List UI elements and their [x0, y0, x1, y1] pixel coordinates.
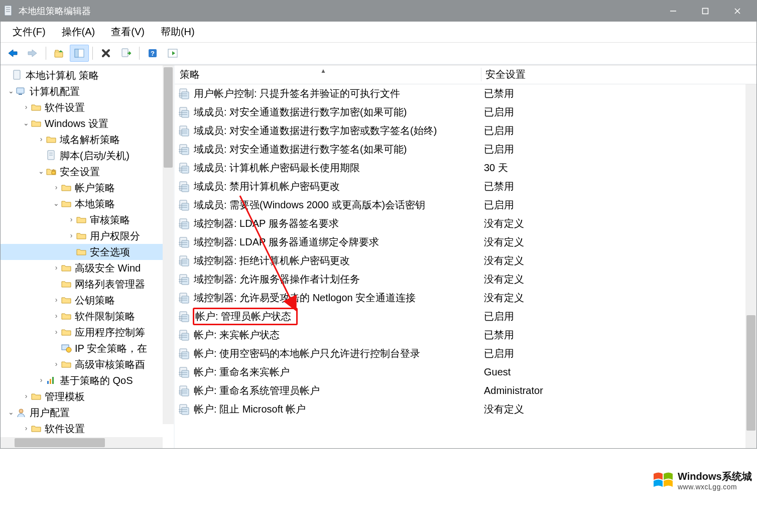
- svg-rect-85: [182, 352, 189, 359]
- tree-user-rights[interactable]: › 用户权限分: [1, 228, 174, 244]
- policy-row[interactable]: 域控制器: 允许服务器操作者计划任务没有定义: [175, 270, 756, 289]
- close-button[interactable]: [721, 1, 753, 22]
- tree-view[interactable]: 本地计算机 策略 ⌄ 计算机配置 › 软件设置 ⌄ Windows 设置: [1, 65, 174, 437]
- expand-icon[interactable]: ›: [22, 102, 31, 113]
- tree-ip-security[interactable]: IP 安全策略，在: [1, 340, 174, 356]
- expand-icon[interactable]: ›: [52, 182, 61, 193]
- tree-app-control[interactable]: › 应用程序控制筹: [1, 324, 174, 340]
- tree-local-policies[interactable]: ⌄ 本地策略: [1, 196, 174, 212]
- tree-public-key[interactable]: › 公钥策略: [1, 292, 174, 308]
- policy-row[interactable]: 域控制器: LDAP 服务器通道绑定令牌要求没有定义: [175, 233, 756, 251]
- collapse-icon[interactable]: ⌄: [7, 407, 16, 418]
- column-label: 安全设置: [485, 69, 526, 80]
- policy-row[interactable]: 域控制器: 拒绝计算机帐户密码更改没有定义: [175, 251, 756, 270]
- expand-icon[interactable]: ›: [37, 375, 46, 386]
- policy-row[interactable]: 用户帐户控制: 只提升签名并验证的可执行文件已禁用: [175, 84, 756, 103]
- expand-icon[interactable]: ›: [22, 391, 31, 402]
- column-policy[interactable]: 策略 ▲: [175, 68, 481, 81]
- expand-icon[interactable]: ›: [37, 134, 46, 145]
- policy-setting: 已禁用: [481, 180, 756, 193]
- tree-user-config[interactable]: ⌄ 用户配置: [1, 405, 174, 421]
- tree-security-settings[interactable]: ⌄ 安全设置: [1, 164, 174, 180]
- tree-security-options[interactable]: 安全选项: [1, 244, 174, 260]
- tree-adv-audit[interactable]: › 高级审核策略酉: [1, 356, 174, 372]
- tree-software-settings[interactable]: › 软件设置: [1, 99, 174, 115]
- tree-label: 网络列表管理器: [75, 277, 145, 292]
- tree-vertical-scrollbar[interactable]: [163, 65, 174, 424]
- policy-row[interactable]: 域成员: 需要强(Windows 2000 或更高版本)会话密钥已启用: [175, 196, 756, 214]
- tree-audit-policy[interactable]: › 审核策略: [1, 212, 174, 228]
- policy-row[interactable]: 域成员: 对安全通道数据进行数字加密(如果可能)已启用: [175, 103, 756, 121]
- folder-icon: [31, 423, 42, 434]
- tree-windows-settings[interactable]: ⌄ Windows 设置: [1, 115, 174, 131]
- policy-row[interactable]: 帐户: 重命名来宾帐户Guest: [175, 363, 756, 381]
- expand-icon[interactable]: ›: [52, 262, 61, 274]
- toolbar-separator: [139, 47, 140, 60]
- tree-scripts[interactable]: 脚本(启动/关机): [1, 148, 174, 164]
- menu-file[interactable]: 文件(F): [5, 22, 54, 42]
- policy-row[interactable]: 域成员: 禁用计算机帐户密码更改已禁用: [175, 177, 756, 196]
- policy-row[interactable]: 域成员: 对安全通道数据进行数字加密或数字签名(始终)已启用: [175, 121, 756, 140]
- expand-icon[interactable]: ›: [67, 230, 76, 241]
- column-setting[interactable]: 安全设置: [481, 68, 756, 81]
- list-body[interactable]: 用户帐户控制: 只提升签名并验证的可执行文件已禁用域成员: 对安全通道数据进行数…: [175, 84, 756, 448]
- help-button[interactable]: ?: [143, 45, 162, 62]
- tree-label: 公钥策略: [75, 293, 115, 308]
- expand-icon[interactable]: ›: [52, 311, 61, 322]
- refresh-button[interactable]: [163, 45, 182, 62]
- tree-policy-qos[interactable]: › 基于策略的 QoS: [1, 372, 174, 388]
- export-button[interactable]: [116, 45, 136, 62]
- policy-row[interactable]: 帐户: 使用空密码的本地帐户只允许进行控制台登录已启用: [175, 344, 756, 363]
- policy-row[interactable]: 帐户: 来宾帐户状态已禁用: [175, 326, 756, 344]
- expand-icon[interactable]: ›: [52, 359, 61, 370]
- tree-software-restrict[interactable]: › 软件限制策略: [1, 308, 174, 324]
- maximize-button[interactable]: [689, 1, 721, 22]
- svg-rect-37: [182, 129, 189, 136]
- tree-root[interactable]: 本地计算机 策略: [1, 67, 174, 83]
- policy-row[interactable]: 域成员: 对安全通道数据进行数字签名(如果可能)已启用: [175, 140, 756, 159]
- tree-label: 应用程序控制筹: [75, 325, 145, 340]
- delete-button[interactable]: [96, 45, 115, 62]
- collapse-icon[interactable]: ⌄: [52, 198, 61, 209]
- show-hide-tree-button[interactable]: [70, 45, 89, 62]
- policy-row[interactable]: 域控制器: LDAP 服务器签名要求没有定义: [175, 214, 756, 233]
- expand-icon[interactable]: ›: [52, 327, 61, 338]
- policy-row[interactable]: 帐户: 阻止 Microsoft 帐户没有定义: [175, 400, 756, 419]
- tree-name-resolution[interactable]: › 域名解析策略: [1, 131, 174, 148]
- expand-icon[interactable]: ›: [67, 214, 76, 225]
- list-vertical-scrollbar[interactable]: [745, 84, 756, 448]
- scrollbar-thumb[interactable]: [15, 438, 105, 447]
- scrollbar-thumb[interactable]: [746, 315, 755, 431]
- minimize-button[interactable]: [657, 1, 689, 22]
- policy-item-icon: [179, 181, 191, 193]
- expand-icon[interactable]: ›: [52, 295, 61, 306]
- forward-button[interactable]: [23, 45, 42, 62]
- up-button[interactable]: [50, 45, 69, 62]
- tree-adv-firewall[interactable]: › 高级安全 Wind: [1, 260, 174, 276]
- tree-net-list-mgr[interactable]: 网络列表管理器: [1, 276, 174, 292]
- tree-account-policies[interactable]: › 帐户策略: [1, 180, 174, 196]
- tree-label: 软件设置: [45, 421, 85, 437]
- policy-row[interactable]: 帐户: 重命名系统管理员帐户Administrator: [175, 381, 756, 400]
- scrollbar-thumb[interactable]: [164, 67, 173, 168]
- tree-user-software-settings[interactable]: › 软件设置: [1, 421, 174, 437]
- policy-row[interactable]: 域控制器: 允许易受攻击的 Netlogon 安全通道连接没有定义: [175, 289, 756, 307]
- svg-rect-45: [182, 166, 189, 173]
- collapse-icon[interactable]: ⌄: [37, 166, 46, 177]
- menu-view[interactable]: 查看(V): [103, 22, 153, 42]
- tree-admin-templates[interactable]: › 管理模板: [1, 388, 174, 405]
- content-area: 本地计算机 策略 ⌄ 计算机配置 › 软件设置 ⌄ Windows 设置: [1, 65, 756, 448]
- menu-help[interactable]: 帮助(H): [153, 22, 203, 42]
- tree-computer-config[interactable]: ⌄ 计算机配置: [1, 83, 174, 99]
- tree-label: 安全选项: [90, 244, 130, 260]
- policy-name: 用户帐户控制: 只提升签名并验证的可执行文件: [194, 87, 400, 100]
- menu-action[interactable]: 操作(A): [54, 22, 103, 42]
- collapse-icon[interactable]: ⌄: [22, 118, 31, 129]
- collapse-icon[interactable]: ⌄: [7, 86, 16, 97]
- expand-icon[interactable]: ›: [22, 423, 31, 434]
- tree-horizontal-scrollbar[interactable]: [1, 437, 163, 448]
- folder-icon: [31, 391, 42, 402]
- back-button[interactable]: [3, 45, 22, 62]
- policy-row[interactable]: 域成员: 计算机帐户密码最长使用期限30 天: [175, 159, 756, 177]
- policy-row[interactable]: 帐户: 管理员帐户状态已启用: [175, 307, 756, 326]
